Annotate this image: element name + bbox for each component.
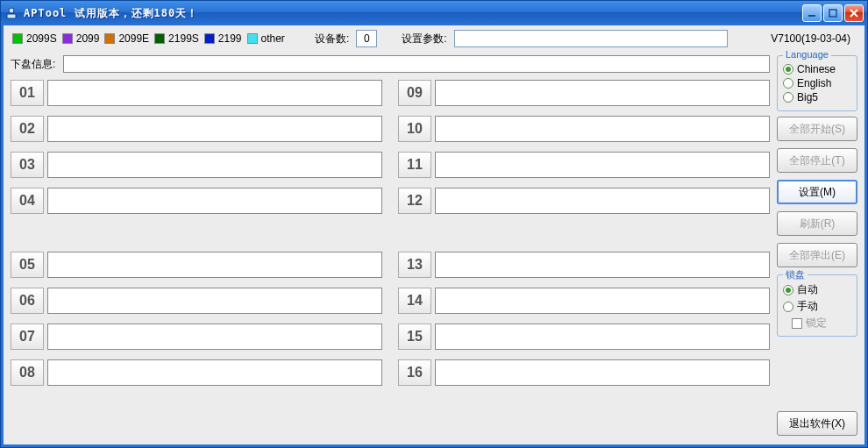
slot-row: 13	[398, 252, 770, 278]
main-area: 下盘信息: 01020304 05060708 09101112 1314151…	[4, 52, 864, 444]
legend-item: 2099	[62, 32, 100, 45]
start-all-button[interactable]: 全部开始(S)	[777, 117, 857, 141]
lock-auto-radio[interactable]: 自动	[783, 282, 851, 297]
legend-swatch	[204, 33, 215, 44]
legend-label: 2099	[76, 32, 100, 45]
maximize-button[interactable]	[823, 4, 843, 22]
settings-button[interactable]: 设置(M)	[777, 180, 857, 204]
slot-field[interactable]	[47, 152, 382, 178]
slot-number[interactable]: 03	[11, 152, 44, 178]
slot-field[interactable]	[47, 80, 382, 106]
slot-number[interactable]: 15	[398, 324, 431, 350]
legend-label: 2099E	[118, 32, 149, 45]
slot-row: 12	[398, 188, 770, 214]
slot-number[interactable]: 08	[11, 359, 44, 386]
radio-icon	[783, 78, 793, 89]
slot-column-left: 01020304 05060708	[11, 80, 382, 386]
slot-field[interactable]	[435, 359, 770, 386]
slot-row: 16	[398, 359, 770, 386]
legend-label: other	[261, 32, 285, 45]
slot-number[interactable]: 04	[11, 188, 44, 214]
window-controls	[802, 4, 864, 22]
lock-auto-label: 自动	[797, 282, 818, 297]
disk-info-label: 下盘信息:	[11, 57, 63, 72]
slot-field[interactable]	[435, 252, 770, 278]
device-count-value: 0	[356, 30, 377, 47]
slot-row: 11	[398, 152, 770, 178]
legend-swatch	[12, 33, 23, 44]
lock-group: 锁盘 自动 手动 锁定	[777, 274, 857, 337]
window-title: APTool 试用版本，还剩180天！	[24, 6, 198, 21]
slot-field[interactable]	[435, 80, 770, 106]
slot-number[interactable]: 07	[11, 324, 44, 350]
slot-number[interactable]: 10	[398, 116, 431, 142]
language-option[interactable]: Chinese	[783, 63, 851, 75]
legend-label: 2099S	[26, 32, 57, 45]
titlebar[interactable]: APTool 试用版本，还剩180天！	[1, 1, 867, 25]
eject-all-button[interactable]: 全部弹出(E)	[777, 243, 857, 267]
svg-rect-1	[7, 14, 16, 18]
exit-button[interactable]: 退出软件(X)	[777, 411, 857, 436]
legend: 2099S20992099E2199S2199other	[12, 32, 290, 45]
app-window: APTool 试用版本，还剩180天！ 2099S20992099E2199S2…	[0, 0, 868, 448]
legend-item: other	[247, 32, 285, 45]
legend-item: 2099S	[12, 32, 57, 45]
disk-info-field[interactable]	[63, 55, 770, 73]
slot-field[interactable]	[435, 188, 770, 214]
legend-swatch	[104, 33, 115, 44]
slot-columns: 01020304 05060708 09101112 13141516	[11, 80, 770, 386]
disk-info-row: 下盘信息:	[11, 55, 770, 73]
slot-number[interactable]: 12	[398, 188, 431, 214]
slot-row: 15	[398, 324, 770, 350]
slot-field[interactable]	[435, 152, 770, 178]
right-panel: Language ChineseEnglishBig5 全部开始(S) 全部停止…	[777, 55, 857, 437]
slot-number[interactable]: 11	[398, 152, 431, 178]
slot-number[interactable]: 16	[398, 359, 431, 386]
radio-icon	[783, 64, 793, 75]
slot-row: 02	[11, 116, 382, 142]
language-label: Chinese	[797, 63, 836, 75]
checkbox-icon	[792, 318, 802, 329]
slot-field[interactable]	[47, 116, 382, 142]
lock-manual-radio[interactable]: 手动	[783, 299, 851, 314]
device-count-label: 设备数:	[315, 32, 349, 46]
slot-field[interactable]	[47, 288, 382, 314]
radio-icon	[783, 285, 793, 295]
param-input[interactable]	[454, 30, 728, 47]
legend-item: 2099E	[104, 32, 149, 45]
stop-all-button[interactable]: 全部停止(T)	[777, 148, 857, 173]
legend-swatch	[154, 33, 165, 44]
legend-swatch	[247, 33, 258, 44]
slot-field[interactable]	[435, 288, 770, 314]
language-option[interactable]: Big5	[783, 91, 851, 103]
language-option[interactable]: English	[783, 77, 851, 89]
slot-field[interactable]	[47, 252, 382, 278]
slot-field[interactable]	[47, 324, 382, 350]
slot-field[interactable]	[435, 116, 770, 142]
language-label: Big5	[797, 91, 818, 103]
slot-row: 14	[398, 288, 770, 314]
radio-icon	[783, 92, 793, 103]
version-label: V7100(19-03-04)	[771, 32, 856, 45]
legend-label: 2199S	[168, 32, 199, 45]
close-button[interactable]	[844, 4, 864, 22]
slot-number[interactable]: 13	[398, 252, 431, 278]
slot-number[interactable]: 14	[398, 288, 431, 314]
language-title: Language	[783, 49, 831, 60]
refresh-button[interactable]: 刷新(R)	[777, 211, 857, 236]
slot-field[interactable]	[47, 188, 382, 214]
slot-number[interactable]: 06	[11, 288, 44, 314]
toolbar: 2099S20992099E2199S2199other 设备数: 0 设置参数…	[4, 25, 864, 52]
minimize-button[interactable]	[802, 4, 822, 22]
slot-row: 08	[11, 359, 382, 386]
slot-number[interactable]: 09	[398, 80, 431, 106]
left-panel: 下盘信息: 01020304 05060708 09101112 1314151…	[11, 55, 770, 437]
slot-row: 05	[11, 252, 382, 278]
slot-field[interactable]	[47, 359, 382, 386]
slot-number[interactable]: 01	[11, 80, 44, 106]
slot-number[interactable]: 02	[11, 116, 44, 142]
slot-number[interactable]: 05	[11, 252, 44, 278]
legend-swatch	[62, 33, 73, 44]
slot-row: 07	[11, 324, 382, 350]
slot-field[interactable]	[435, 324, 770, 350]
